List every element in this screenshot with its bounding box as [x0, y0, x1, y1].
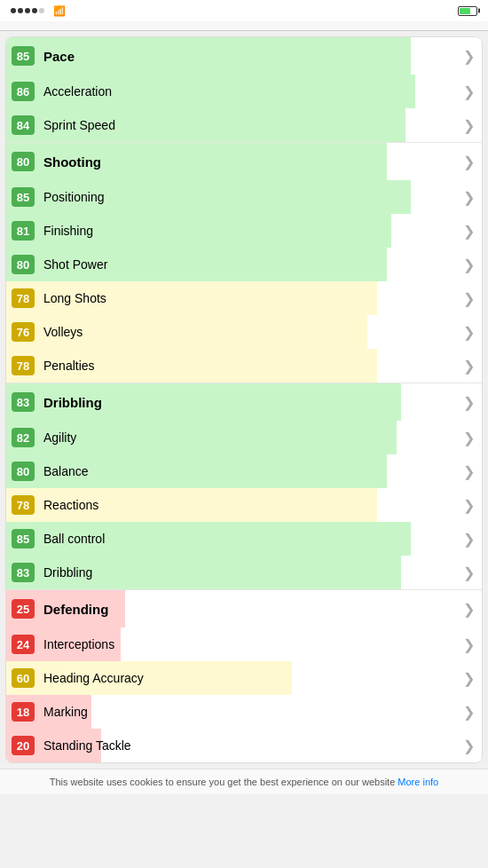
- badge-sub-defending-3: 20: [12, 736, 35, 755]
- category-defending[interactable]: 25 Defending ❯: [6, 590, 482, 627]
- url-bar: [0, 21, 488, 31]
- label-sub-defending-0: Interceptions: [43, 637, 460, 651]
- status-bar: 📶: [0, 0, 488, 21]
- category-dribbling[interactable]: 83 Dribbling ❯: [6, 383, 482, 421]
- label-sub-shooting-2: Shot Power: [43, 257, 460, 272]
- label-sub-shooting-1: Finishing: [43, 224, 460, 238]
- badge-dribbling: 83: [12, 392, 35, 412]
- chevron-dribbling: ❯: [463, 394, 475, 411]
- sub-row-shooting-1[interactable]: 81 Finishing ❯: [6, 214, 482, 248]
- badge-defending: 25: [12, 599, 35, 619]
- chevron-sub-shooting-4: ❯: [463, 324, 475, 341]
- label-sub-pace-0: Acceleration: [43, 84, 460, 99]
- badge-sub-shooting-5: 78: [12, 356, 35, 375]
- badge-sub-shooting-4: 76: [12, 322, 35, 342]
- badge-sub-shooting-0: 85: [12, 187, 35, 207]
- label-sub-shooting-5: Penalties: [43, 359, 460, 373]
- sub-row-defending-0[interactable]: 24 Interceptions ❯: [6, 627, 482, 661]
- badge-sub-shooting-2: 80: [12, 255, 35, 274]
- label-sub-defending-3: Standing Tackle: [43, 738, 460, 753]
- chevron-sub-shooting-5: ❯: [463, 358, 475, 375]
- chevron-shooting: ❯: [463, 154, 475, 170]
- sub-row-dribbling-0[interactable]: 82 Agility ❯: [6, 421, 482, 454]
- badge-sub-defending-1: 60: [12, 668, 35, 688]
- more-info-link[interactable]: More info: [397, 777, 438, 787]
- label-pace: Pace: [43, 49, 460, 64]
- chevron-sub-shooting-0: ❯: [463, 189, 475, 206]
- sub-row-defending-1[interactable]: 60 Heading Accuracy ❯: [6, 661, 482, 695]
- chevron-sub-defending-2: ❯: [463, 704, 475, 721]
- chevron-sub-dribbling-2: ❯: [463, 497, 475, 514]
- badge-sub-shooting-1: 81: [12, 221, 35, 241]
- sub-row-pace-0[interactable]: 86 Acceleration ❯: [6, 75, 482, 108]
- cookie-bar: This website uses cookies to ensure you …: [0, 769, 488, 794]
- sub-row-dribbling-1[interactable]: 80 Balance ❯: [6, 454, 482, 488]
- sub-row-shooting-3[interactable]: 78 Long Shots ❯: [6, 281, 482, 315]
- sub-row-dribbling-2[interactable]: 78 Reactions ❯: [6, 488, 482, 522]
- sub-row-shooting-2[interactable]: 80 Shot Power ❯: [6, 248, 482, 281]
- chevron-sub-shooting-2: ❯: [463, 256, 475, 273]
- label-sub-pace-1: Sprint Speed: [43, 118, 460, 132]
- label-shooting: Shooting: [43, 154, 460, 170]
- status-right: [454, 6, 477, 16]
- chevron-defending: ❯: [463, 601, 475, 618]
- chevron-sub-dribbling-0: ❯: [463, 430, 475, 446]
- label-sub-shooting-4: Volleys: [43, 325, 460, 339]
- badge-sub-dribbling-1: 80: [12, 462, 35, 481]
- stats-list: 85 Pace ❯ 86 Acceleration ❯ 84 Sprint Sp…: [5, 36, 483, 763]
- battery-icon: [458, 6, 477, 16]
- label-sub-defending-1: Heading Accuracy: [43, 671, 460, 685]
- badge-sub-shooting-3: 78: [12, 288, 35, 308]
- label-sub-dribbling-2: Reactions: [43, 498, 460, 512]
- chevron-sub-defending-3: ❯: [463, 738, 475, 754]
- sub-row-shooting-4[interactable]: 76 Volleys ❯: [6, 315, 482, 349]
- sub-row-shooting-0[interactable]: 85 Positioning ❯: [6, 180, 482, 214]
- chevron-sub-dribbling-3: ❯: [463, 531, 475, 548]
- category-pace[interactable]: 85 Pace ❯: [6, 37, 482, 75]
- signal-dots: [11, 8, 44, 13]
- label-sub-dribbling-4: Dribbling: [43, 565, 460, 580]
- sub-row-pace-1[interactable]: 84 Sprint Speed ❯: [6, 108, 482, 142]
- label-sub-shooting-3: Long Shots: [43, 291, 460, 305]
- label-sub-dribbling-1: Balance: [43, 464, 460, 478]
- label-sub-shooting-0: Positioning: [43, 190, 460, 204]
- chevron-sub-pace-0: ❯: [463, 83, 475, 100]
- label-sub-dribbling-3: Ball control: [43, 532, 460, 546]
- chevron-sub-dribbling-4: ❯: [463, 564, 475, 581]
- chevron-pace: ❯: [463, 48, 475, 65]
- chevron-sub-defending-0: ❯: [463, 636, 475, 653]
- sub-row-defending-2[interactable]: 18 Marking ❯: [6, 695, 482, 729]
- badge-sub-defending-0: 24: [12, 635, 35, 654]
- label-defending: Defending: [43, 602, 460, 617]
- category-shooting[interactable]: 80 Shooting ❯: [6, 143, 482, 180]
- sub-row-defending-3[interactable]: 20 Standing Tackle ❯: [6, 729, 482, 762]
- badge-sub-defending-2: 18: [12, 702, 35, 722]
- chevron-sub-dribbling-1: ❯: [463, 463, 475, 480]
- badge-shooting: 80: [12, 152, 35, 171]
- badge-sub-dribbling-3: 85: [12, 529, 35, 548]
- cookie-text: This website uses cookies to ensure you …: [50, 777, 398, 787]
- chevron-sub-defending-1: ❯: [463, 670, 475, 687]
- badge-sub-pace-0: 86: [12, 82, 35, 101]
- sub-row-shooting-5[interactable]: 78 Penalties ❯: [6, 349, 482, 383]
- label-sub-dribbling-0: Agility: [43, 430, 460, 445]
- chevron-sub-shooting-3: ❯: [463, 290, 475, 307]
- badge-sub-pace-1: 84: [12, 115, 35, 135]
- badge-sub-dribbling-0: 82: [12, 428, 35, 447]
- label-sub-defending-2: Marking: [43, 705, 460, 719]
- sub-row-dribbling-4[interactable]: 83 Dribbling ❯: [6, 556, 482, 589]
- chevron-sub-shooting-1: ❯: [463, 223, 475, 240]
- sub-row-dribbling-3[interactable]: 85 Ball control ❯: [6, 522, 482, 556]
- label-dribbling: Dribbling: [43, 395, 460, 410]
- status-left: 📶: [11, 5, 66, 17]
- chevron-sub-pace-1: ❯: [463, 117, 475, 134]
- badge-sub-dribbling-2: 78: [12, 495, 35, 515]
- badge-pace: 85: [12, 46, 35, 66]
- badge-sub-dribbling-4: 83: [12, 563, 35, 582]
- wifi-icon: 📶: [53, 5, 66, 17]
